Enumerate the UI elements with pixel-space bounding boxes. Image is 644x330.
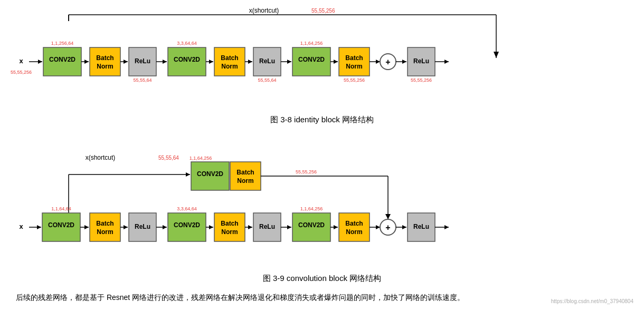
relu2-1-label: ReLu xyxy=(135,223,150,230)
conv2-2-label: CONV2D xyxy=(174,221,200,229)
shortcut-conv-label: CONV2D xyxy=(197,170,223,178)
bn1-label1: Batch xyxy=(96,54,113,62)
conv1-label: CONV2D xyxy=(49,56,75,63)
svg-marker-36 xyxy=(84,225,89,229)
x-dim1: 55,55,256 xyxy=(11,70,32,75)
bn1-label2: Norm xyxy=(97,63,113,70)
svg-marker-50 xyxy=(376,225,380,229)
bn3 xyxy=(339,47,370,76)
output-dim1: 55,55,256 xyxy=(411,77,432,83)
bn2-label1: Batch xyxy=(221,54,238,62)
relu-final2-label: ReLu xyxy=(413,223,429,230)
svg-marker-17 xyxy=(287,60,291,64)
x-label1: x xyxy=(19,57,23,65)
bn1 xyxy=(90,47,120,76)
conv1-dim: 1,1,256,64 xyxy=(51,41,74,46)
add-symbol1: + xyxy=(385,57,390,66)
bn2-2-label1: Batch xyxy=(221,220,238,227)
bn3-dim: 55,55,256 xyxy=(344,77,365,83)
svg-marker-23 xyxy=(402,60,406,64)
relu-final1-label: ReLu xyxy=(413,57,429,65)
svg-marker-9 xyxy=(124,60,128,64)
relu2-label: ReLu xyxy=(259,57,275,65)
svg-marker-44 xyxy=(248,225,252,229)
shortcut-conv-dim: 1,1,64,256 xyxy=(190,156,212,161)
bn2 xyxy=(214,47,245,76)
bn2-3-label1: Batch xyxy=(345,220,363,227)
conv2-label: CONV2D xyxy=(174,56,200,63)
bn2-1-label1: Batch xyxy=(96,220,113,227)
watermark: https://blog.csdn.net/m0_37940804 xyxy=(551,298,633,304)
conv2-dim: 3,3,64,64 xyxy=(177,41,197,46)
bn2-3-label2: Norm xyxy=(346,228,362,236)
conv3-label: CONV2D xyxy=(298,56,325,63)
svg-marker-3 xyxy=(494,52,499,58)
bn3-label2: Norm xyxy=(346,63,362,70)
svg-marker-34 xyxy=(37,225,41,229)
svg-marker-48 xyxy=(334,225,338,229)
page-container: x(shortcut) 55,55,256 x 55,55,256 CONV2D… xyxy=(11,5,633,304)
bn2-1 xyxy=(90,213,120,241)
shortcut-label2: x(shortcut) xyxy=(86,154,116,161)
caption2: 图 3-9 convolution block 网络结构 xyxy=(11,274,633,284)
shortcut-out-dim: 55,55,256 xyxy=(296,169,317,174)
shortcut-bn-label2: Norm xyxy=(237,177,253,185)
diagram2: x(shortcut) 55,55,64 1,1,64,256 CONV2D B… xyxy=(11,132,633,269)
shortcut-bn-label1: Batch xyxy=(236,169,254,176)
svg-marker-15 xyxy=(248,60,252,64)
svg-marker-54 xyxy=(444,225,449,229)
svg-marker-11 xyxy=(163,60,167,64)
svg-marker-40 xyxy=(163,225,167,229)
shortcut-label1: x(shortcut) xyxy=(249,7,279,14)
conv2-2-dim: 3,3,64,64 xyxy=(177,206,197,211)
relu2-2-label: ReLu xyxy=(259,223,275,230)
svg-marker-5 xyxy=(38,60,42,64)
svg-marker-42 xyxy=(209,225,213,229)
relu1-label: ReLu xyxy=(135,57,150,65)
svg-marker-29 xyxy=(186,172,190,177)
svg-marker-13 xyxy=(209,60,213,64)
shortcut-dim1: 55,55,256 xyxy=(311,8,335,14)
relu1-dim: 55,55,64 xyxy=(133,77,151,83)
conv3-dim: 1,1,64,256 xyxy=(300,41,323,46)
svg-marker-25 xyxy=(444,60,449,64)
conv2-3-dim: 1,1,64,256 xyxy=(300,206,323,211)
svg-marker-32 xyxy=(385,214,391,219)
add-symbol2: + xyxy=(385,223,390,232)
bn2-1-label2: Norm xyxy=(97,228,113,236)
bn3-label1: Batch xyxy=(345,54,363,62)
conv2-3-label: CONV2D xyxy=(298,221,325,229)
svg-marker-46 xyxy=(287,225,291,229)
shortcut-dim2: 55,55,64 xyxy=(158,155,179,161)
conv2-1-label: CONV2D xyxy=(48,221,74,229)
relu2-dim: 55,55,64 xyxy=(258,77,276,83)
svg-marker-19 xyxy=(334,60,338,64)
caption1: 图 3-8 identity block 网络结构 xyxy=(11,115,633,125)
bn2-2-label2: Norm xyxy=(221,228,238,236)
svg-marker-21 xyxy=(376,60,380,64)
bn2-2 xyxy=(214,213,245,241)
svg-marker-52 xyxy=(402,225,406,229)
bn2-3 xyxy=(339,213,370,241)
svg-marker-7 xyxy=(84,60,89,64)
shortcut-bn xyxy=(230,162,261,190)
diagram1: x(shortcut) 55,55,256 x 55,55,256 CONV2D… xyxy=(11,5,633,111)
conv2-1-dim: 1,1,64,64 xyxy=(51,206,71,211)
svg-marker-38 xyxy=(124,225,128,229)
x-label2: x xyxy=(19,222,23,230)
body-text: 后续的残差网络，都是基于 Resnet 网络进行的改进，残差网络在解决网络退化和… xyxy=(11,291,633,304)
bn2-label2: Norm xyxy=(221,63,238,70)
